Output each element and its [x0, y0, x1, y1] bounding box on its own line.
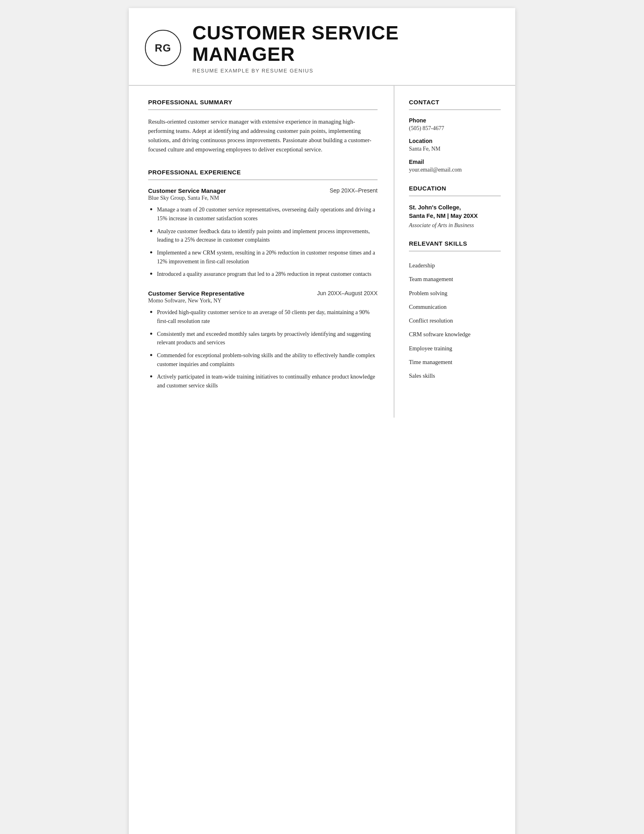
list-item: Analyze customer feedback data to identi…: [148, 227, 378, 244]
contact-divider: [409, 110, 501, 110]
skill-item: Team management: [409, 272, 501, 286]
contact-phone: Phone (505) 857-4677: [409, 117, 501, 132]
logo-circle: RG: [145, 30, 181, 66]
resume-subtitle: RESUME EXAMPLE BY RESUME GENIUS: [192, 68, 496, 74]
education-heading: EDUCATION: [409, 185, 501, 192]
contact-heading: CONTACT: [409, 99, 501, 106]
job-title-1: Customer Service Manager: [148, 187, 226, 194]
logo-initials: RG: [155, 42, 171, 54]
skill-item: Leadership: [409, 259, 501, 272]
location-value: Santa Fe, NM: [409, 145, 501, 153]
job-header-1: Customer Service Manager Sep 20XX–Presen…: [148, 187, 378, 194]
list-item: Consistently met and exceeded monthly sa…: [148, 330, 378, 347]
skill-item: Time management: [409, 355, 501, 369]
skills-heading: RELEVANT SKILLS: [409, 240, 501, 247]
list-item: Provided high-quality customer service t…: [148, 308, 378, 325]
list-item: Implemented a new CRM system, resulting …: [148, 248, 378, 266]
summary-section: PROFESSIONAL SUMMARY Results-oriented cu…: [148, 99, 378, 155]
skill-item: Communication: [409, 300, 501, 314]
contact-location: Location Santa Fe, NM: [409, 138, 501, 153]
skill-item: CRM software knowledge: [409, 327, 501, 341]
job-block-1: Customer Service Manager Sep 20XX–Presen…: [148, 187, 378, 279]
job-bullets-1: Manage a team of 20 customer service rep…: [148, 205, 378, 279]
contact-email: Email your.email@email.com: [409, 159, 501, 174]
location-label: Location: [409, 138, 501, 144]
header-text: CUSTOMER SERVICE MANAGER RESUME EXAMPLE …: [192, 23, 496, 74]
list-item: Introduced a quality assurance program t…: [148, 270, 378, 279]
job-company-1: Blue Sky Group, Santa Fe, NM: [148, 195, 378, 201]
job-company-2: Momo Software, New York, NY: [148, 298, 378, 304]
job-title-2: Customer Service Representative: [148, 290, 244, 297]
skills-divider: [409, 251, 501, 251]
skill-item: Employee training: [409, 341, 501, 355]
summary-divider: [148, 110, 378, 110]
resume-body: PROFESSIONAL SUMMARY Results-oriented cu…: [129, 86, 515, 418]
skill-item: Problem solving: [409, 286, 501, 300]
summary-text: Results-oriented customer service manage…: [148, 117, 378, 155]
email-value: your.email@email.com: [409, 166, 501, 174]
phone-label: Phone: [409, 117, 501, 124]
education-section: EDUCATION St. John's College,Santa Fe, N…: [409, 185, 501, 229]
resume-title: CUSTOMER SERVICE MANAGER: [192, 23, 496, 65]
summary-heading: PROFESSIONAL SUMMARY: [148, 99, 378, 106]
left-column: PROFESSIONAL SUMMARY Results-oriented cu…: [129, 86, 394, 418]
skills-list: LeadershipTeam managementProblem solving…: [409, 259, 501, 383]
list-item: Commended for exceptional problem-solvin…: [148, 351, 378, 368]
job-bullets-2: Provided high-quality customer service t…: [148, 308, 378, 390]
contact-section: CONTACT Phone (505) 857-4677 Location Sa…: [409, 99, 501, 174]
experience-divider: [148, 180, 378, 180]
skill-item: Sales skills: [409, 369, 501, 383]
right-column: CONTACT Phone (505) 857-4677 Location Sa…: [394, 86, 515, 418]
experience-heading: PROFESSIONAL EXPERIENCE: [148, 169, 378, 176]
education-degree: Associate of Arts in Business: [409, 222, 501, 229]
resume-header: RG CUSTOMER SERVICE MANAGER RESUME EXAMP…: [129, 8, 515, 86]
job-dates-2: Jun 20XX–August 20XX: [317, 290, 378, 296]
email-label: Email: [409, 159, 501, 165]
list-item: Manage a team of 20 customer service rep…: [148, 205, 378, 223]
skill-item: Conflict resolution: [409, 314, 501, 327]
job-block-2: Customer Service Representative Jun 20XX…: [148, 290, 378, 390]
skills-section: RELEVANT SKILLS LeadershipTeam managemen…: [409, 240, 501, 383]
experience-section: PROFESSIONAL EXPERIENCE Customer Service…: [148, 169, 378, 390]
resume-page: RG CUSTOMER SERVICE MANAGER RESUME EXAMP…: [129, 8, 515, 834]
job-dates-1: Sep 20XX–Present: [330, 187, 378, 194]
phone-value: (505) 857-4677: [409, 124, 501, 132]
education-school: St. John's College,Santa Fe, NM | May 20…: [409, 203, 501, 220]
education-divider: [409, 196, 501, 196]
list-item: Actively participated in team-wide train…: [148, 373, 378, 390]
job-header-2: Customer Service Representative Jun 20XX…: [148, 290, 378, 297]
